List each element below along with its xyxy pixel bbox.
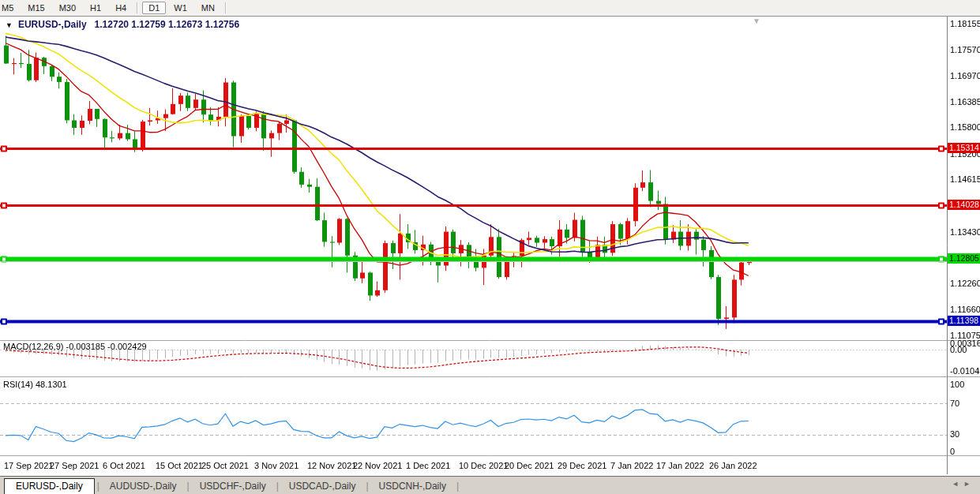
tab-separator: | (456, 481, 460, 492)
timeframe-button-D1[interactable]: D1 (142, 2, 166, 14)
date-label[interactable]: 22 Nov 2021 (353, 461, 402, 470)
timeframe-toolbar[interactable]: M5M15M30H1H4D1W1MN (0, 0, 980, 17)
price-axis-label: 1.16970 (950, 71, 980, 80)
price-axis-label: 1.17570 (950, 45, 980, 54)
price-axis-label: 1.15800 (950, 122, 980, 132)
symbol-tab-usdcnh-daily[interactable]: USDCNH-,Daily (370, 479, 456, 493)
timeframe-button-H4[interactable]: H4 (109, 2, 133, 14)
toolbar-separator (137, 2, 138, 13)
price-line-badge: 1.11398 (948, 316, 980, 326)
macd-axis-label: 0.00 (950, 345, 967, 354)
timeframe-button-M15[interactable]: M15 (21, 2, 51, 14)
price-axis-label: 1.14615 (950, 174, 980, 184)
rsi-axis-label: 100 (950, 380, 964, 389)
timeframe-button-M30[interactable]: M30 (53, 2, 82, 14)
date-label[interactable]: 17 Sep 2021 (4, 461, 53, 470)
rsi-indicator-label: RSI(14) 48.1301 (3, 380, 67, 389)
chart-label-overlay: 1.181551.175701.169701.163851.158001.152… (0, 0, 980, 494)
rsi-name: RSI(14) (3, 380, 33, 389)
symbol-tab-eurusd-daily[interactable]: EURUSD-,Daily (4, 478, 95, 494)
timeframe-button-W1[interactable]: W1 (167, 2, 193, 14)
chart-dropdown-icon[interactable]: ▼ (6, 21, 13, 29)
date-label[interactable]: 29 Dec 2021 (558, 461, 606, 470)
symbol-tab-audusd-daily[interactable]: AUDUSD-,Daily (100, 479, 186, 493)
timeframe-button-H1[interactable]: H1 (84, 2, 107, 14)
price-axis-label: 1.16385 (950, 97, 980, 107)
tab-scroll-arrows[interactable]: ◄► (952, 480, 975, 488)
symbol-tab-usdchf-daily[interactable]: USDCHF-,Daily (190, 479, 276, 493)
price-axis-label: 1.11660 (950, 305, 980, 314)
toolbar-separator (225, 2, 227, 13)
date-label[interactable]: 7 Jan 2022 (610, 461, 653, 470)
date-label[interactable]: 26 Jan 2022 (709, 461, 757, 470)
symbol-tab-bar[interactable]: EURUSD-,Daily|AUDUSD-,Daily|USDCHF-,Dail… (0, 476, 980, 494)
date-label[interactable]: 12 Nov 2021 (307, 461, 356, 470)
timeframe-button-MN[interactable]: MN (195, 2, 221, 14)
rsi-axis-label: 70 (950, 399, 959, 408)
trading-terminal-window: M5M15M30H1H4D1W1MN ▼EURUSD-,Daily1.12720… (0, 0, 980, 494)
date-label[interactable]: 6 Oct 2021 (103, 461, 145, 470)
macd-indicator-label: MACD(12,26,9) -0.003185 -0.002429 (3, 342, 147, 351)
date-label[interactable]: 10 Dec 2021 (459, 461, 508, 470)
chart-title: ▼EURUSD-,Daily1.12720 1.12759 1.12673 1.… (6, 19, 239, 30)
symbol-tab-usdcad-daily[interactable]: USDCAD-,Daily (280, 479, 366, 493)
price-line-badge: 1.15314 (948, 143, 980, 153)
price-line-badge: 1.12805 (948, 253, 980, 264)
date-label[interactable]: 25 Oct 2021 (201, 461, 249, 470)
tab-scroll-right-icon[interactable]: ► (963, 480, 975, 488)
date-label[interactable]: 3 Nov 2021 (254, 461, 299, 470)
macd-name: MACD(12,26,9) (3, 342, 63, 351)
rsi-value: 48.1301 (36, 380, 67, 389)
tab-scroll-left-icon[interactable]: ◄ (952, 480, 963, 488)
date-label[interactable]: 17 Jan 2022 (656, 461, 704, 470)
timeframe-button-M5[interactable]: M5 (0, 2, 20, 14)
date-label[interactable]: 20 Dec 2021 (505, 461, 554, 470)
rsi-axis-label: 30 (950, 429, 959, 439)
date-label[interactable]: 15 Oct 2021 (156, 461, 203, 470)
rsi-axis-label: 0 (950, 447, 955, 456)
price-axis-label: 1.13430 (950, 227, 980, 237)
price-line-badge: 1.14028 (948, 200, 980, 210)
price-axis-label: 1.12260 (950, 279, 980, 288)
date-label[interactable]: 1 Dec 2021 (406, 461, 450, 470)
macd-values: -0.003185 -0.002429 (66, 342, 146, 351)
macd-axis-label: -0.01043 (950, 366, 980, 376)
price-axis-label: 1.18155 (950, 19, 980, 28)
chart-symbol-label: EURUSD-,Daily (18, 19, 87, 30)
date-label[interactable]: 27 Sep 2021 (50, 461, 99, 470)
chart-ohlc-quote: 1.12720 1.12759 1.12673 1.12756 (95, 19, 240, 30)
